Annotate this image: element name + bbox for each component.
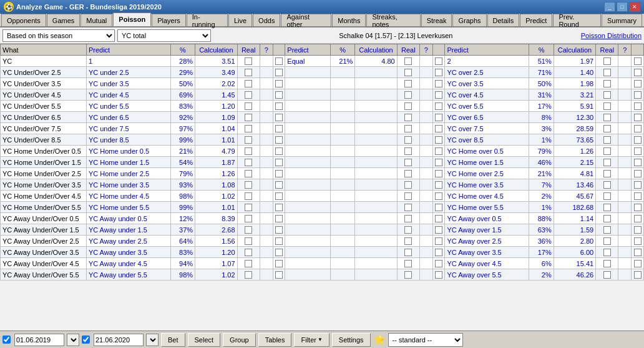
tab-odds[interactable]: Odds — [253, 14, 280, 26]
table-row-3-cell-16[interactable] — [596, 89, 618, 101]
table-row-2-cell-16[interactable] — [596, 78, 618, 89]
table-row-12-cell-18[interactable] — [632, 191, 644, 202]
standard-dropdown[interactable]: -- standard -- — [388, 333, 463, 347]
table-row-10-cell-18[interactable] — [632, 168, 644, 179]
table-row-10-cell-16[interactable] — [596, 168, 618, 179]
star-icon[interactable]: ⭐ — [373, 334, 386, 346]
table-row-6-cell-10[interactable] — [397, 123, 419, 134]
tab-details[interactable]: Details — [487, 14, 520, 26]
table-row-2-cell-6[interactable] — [273, 78, 285, 89]
table-row-4-cell-18[interactable] — [632, 101, 644, 112]
close-button[interactable]: ✕ — [629, 2, 640, 12]
table-row-11-cell-4[interactable] — [237, 179, 260, 191]
table-row-10-cell-10[interactable] — [397, 168, 419, 179]
table-row-15-cell-6[interactable] — [273, 224, 285, 236]
table-row-9-cell-10[interactable] — [397, 157, 419, 168]
table-row-7-cell-6[interactable] — [273, 134, 285, 146]
tab-months[interactable]: Months — [332, 14, 366, 26]
table-row-14-cell-6[interactable] — [273, 213, 285, 224]
table-row-13-cell-16[interactable] — [596, 202, 618, 213]
table-row-1-cell-6[interactable] — [273, 67, 285, 78]
table-row-13-cell-18[interactable] — [632, 202, 644, 213]
table-row-0-cell-4[interactable] — [237, 56, 260, 67]
tab-against-other[interactable]: Against other — [281, 14, 331, 26]
table-row-16-cell-16[interactable] — [596, 236, 618, 247]
table-row-3-cell-10[interactable] — [397, 89, 419, 101]
table-row-1-cell-4[interactable] — [237, 67, 260, 78]
table-row-12-cell-16[interactable] — [596, 191, 618, 202]
date2-dropdown[interactable]: ▼ — [146, 334, 159, 346]
filter-button[interactable]: Filter ▼ — [294, 333, 329, 347]
poisson-distribution-link[interactable]: Poisson Distribution — [581, 32, 642, 39]
table-row-1-cell-16[interactable] — [596, 67, 618, 78]
select-button[interactable]: Select — [188, 333, 221, 347]
table-row-2-cell-10[interactable] — [397, 78, 419, 89]
table-row-19-cell-10[interactable] — [397, 269, 419, 281]
table-row-8-cell-12[interactable] — [432, 146, 445, 157]
table-row-6-cell-6[interactable] — [273, 123, 285, 134]
tab-streaks-notes[interactable]: Streaks, notes — [366, 14, 420, 26]
table-row-3-cell-4[interactable] — [237, 89, 260, 101]
table-row-16-cell-10[interactable] — [397, 236, 419, 247]
table-row-16-cell-6[interactable] — [273, 236, 285, 247]
table-row-17-cell-6[interactable] — [273, 247, 285, 258]
table-row-18-cell-4[interactable] — [237, 258, 260, 269]
tab-predict[interactable]: Predict — [520, 14, 552, 26]
table-row-15-cell-16[interactable] — [596, 224, 618, 236]
table-row-10-cell-12[interactable] — [432, 168, 445, 179]
table-row-7-cell-12[interactable] — [432, 134, 445, 146]
minimize-button[interactable]: _ — [604, 2, 615, 12]
table-row-4-cell-4[interactable] — [237, 101, 260, 112]
tab-prev-round[interactable]: Prev. Round — [553, 14, 601, 26]
table-row-17-cell-12[interactable] — [432, 247, 445, 258]
tab-live[interactable]: Live — [228, 14, 252, 26]
tab-opponents[interactable]: Opponents — [1, 14, 46, 26]
table-row-0-cell-18[interactable] — [632, 56, 644, 67]
table-row-0-cell-6[interactable] — [273, 56, 285, 67]
tab-summary[interactable]: Summary — [602, 14, 642, 26]
table-row-17-cell-10[interactable] — [397, 247, 419, 258]
table-row-13-cell-4[interactable] — [237, 202, 260, 213]
tab-graphs[interactable]: Graphs — [452, 14, 486, 26]
tab-streak[interactable]: Streak — [421, 14, 452, 26]
table-row-5-cell-12[interactable] — [432, 112, 445, 123]
table-row-11-cell-12[interactable] — [432, 179, 445, 191]
table-row-5-cell-18[interactable] — [632, 112, 644, 123]
table-row-17-cell-4[interactable] — [237, 247, 260, 258]
table-row-12-cell-10[interactable] — [397, 191, 419, 202]
table-row-5-cell-4[interactable] — [237, 112, 260, 123]
yc-dropdown[interactable]: YC total — [117, 29, 211, 42]
table-row-2-cell-12[interactable] — [432, 78, 445, 89]
table-row-9-cell-4[interactable] — [237, 157, 260, 168]
table-row-1-cell-18[interactable] — [632, 67, 644, 78]
table-row-11-cell-18[interactable] — [632, 179, 644, 191]
date2-checkbox[interactable] — [82, 336, 90, 344]
table-row-4-cell-16[interactable] — [596, 101, 618, 112]
table-row-19-cell-18[interactable] — [632, 269, 644, 281]
table-row-14-cell-18[interactable] — [632, 213, 644, 224]
table-row-13-cell-10[interactable] — [397, 202, 419, 213]
table-row-3-cell-12[interactable] — [432, 89, 445, 101]
table-row-12-cell-12[interactable] — [432, 191, 445, 202]
table-row-14-cell-12[interactable] — [432, 213, 445, 224]
table-row-5-cell-10[interactable] — [397, 112, 419, 123]
table-row-9-cell-12[interactable] — [432, 157, 445, 168]
table-row-18-cell-12[interactable] — [432, 258, 445, 269]
date1-checkbox[interactable] — [2, 336, 11, 344]
table-row-6-cell-4[interactable] — [237, 123, 260, 134]
tab-mutual[interactable]: Mutual — [80, 14, 112, 26]
table-row-18-cell-16[interactable] — [596, 258, 618, 269]
table-row-11-cell-10[interactable] — [397, 179, 419, 191]
table-row-1-cell-12[interactable] — [432, 67, 445, 78]
table-row-17-cell-18[interactable] — [632, 247, 644, 258]
table-row-19-cell-16[interactable] — [596, 269, 618, 281]
table-row-15-cell-4[interactable] — [237, 224, 260, 236]
tab-poisson[interactable]: Poisson — [113, 12, 151, 26]
date1-dropdown[interactable]: ▼ — [67, 334, 79, 346]
settings-button[interactable]: Settings — [332, 333, 371, 347]
table-row-4-cell-10[interactable] — [397, 101, 419, 112]
table-row-11-cell-6[interactable] — [273, 179, 285, 191]
table-row-16-cell-18[interactable] — [632, 236, 644, 247]
group-button[interactable]: Group — [223, 333, 256, 347]
table-row-3-cell-6[interactable] — [273, 89, 285, 101]
